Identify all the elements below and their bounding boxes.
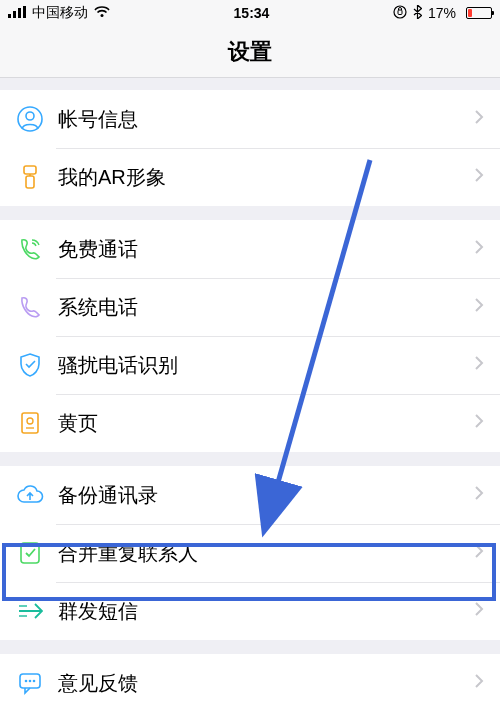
row-label: 黄页 [58, 410, 474, 437]
chevron-right-icon [474, 543, 484, 563]
chevron-right-icon [474, 109, 484, 129]
svg-point-8 [26, 112, 34, 120]
ar-icon [16, 163, 44, 191]
chevron-right-icon [474, 485, 484, 505]
row-label: 免费通话 [58, 236, 474, 263]
row-label: 备份通讯录 [58, 482, 474, 509]
svg-point-7 [18, 107, 42, 131]
nav-bar: 设置 [0, 26, 500, 78]
svg-point-20 [29, 680, 32, 683]
settings-row[interactable]: 黄页 [0, 394, 500, 452]
row-label: 系统电话 [58, 294, 474, 321]
svg-rect-2 [18, 8, 21, 18]
svg-rect-0 [8, 14, 11, 18]
cloud-up-icon [16, 481, 44, 509]
row-label: 帐号信息 [58, 106, 474, 133]
svg-rect-15 [21, 543, 39, 563]
svg-rect-1 [13, 11, 16, 18]
svg-point-13 [27, 418, 33, 424]
row-label: 合并重复联系人 [58, 540, 474, 567]
svg-rect-3 [23, 6, 26, 18]
row-label: 群发短信 [58, 598, 474, 625]
chevron-right-icon [474, 297, 484, 317]
svg-rect-12 [22, 413, 38, 433]
settings-group: 备份通讯录合并重复联系人群发短信 [0, 466, 500, 640]
signal-icon [8, 5, 26, 21]
row-label: 骚扰电话识别 [58, 352, 474, 379]
battery-pct-label: 17% [428, 5, 456, 21]
svg-point-21 [33, 680, 36, 683]
settings-row[interactable]: 系统电话 [0, 278, 500, 336]
chevron-right-icon [474, 601, 484, 621]
page-title: 设置 [228, 37, 272, 67]
person-icon [16, 105, 44, 133]
feedback-icon [16, 669, 44, 697]
svg-rect-10 [26, 176, 34, 188]
carrier-label: 中国移动 [32, 4, 88, 22]
svg-rect-9 [24, 166, 36, 174]
rotation-lock-icon [393, 5, 407, 22]
settings-group: 意见反馈关于NEW [0, 654, 500, 711]
merge-icon [16, 539, 44, 567]
settings-row[interactable]: 骚扰电话识别 [0, 336, 500, 394]
row-label: 意见反馈 [58, 670, 474, 697]
settings-row[interactable]: 免费通话 [0, 220, 500, 278]
svg-point-19 [25, 680, 28, 683]
row-label: 我的AR形象 [58, 164, 474, 191]
settings-row[interactable]: 合并重复联系人 [0, 524, 500, 582]
chevron-right-icon [474, 413, 484, 433]
chevron-right-icon [474, 167, 484, 187]
svg-rect-6 [398, 10, 402, 15]
shield-icon [16, 351, 44, 379]
settings-group: 帐号信息我的AR形象 [0, 90, 500, 206]
phone-icon [16, 293, 44, 321]
settings-group: 免费通话系统电话骚扰电话识别黄页 [0, 220, 500, 452]
settings-row[interactable]: 意见反馈 [0, 654, 500, 711]
battery-icon [462, 7, 492, 19]
settings-row[interactable]: 帐号信息 [0, 90, 500, 148]
settings-row[interactable]: 群发短信 [0, 582, 500, 640]
send-icon [16, 597, 44, 625]
status-bar: 中国移动 15:34 17% [0, 0, 500, 26]
svg-point-4 [101, 14, 104, 17]
phone-free-icon [16, 235, 44, 263]
clock: 15:34 [110, 5, 393, 21]
wifi-icon [94, 5, 110, 21]
settings-row[interactable]: 备份通讯录 [0, 466, 500, 524]
bluetooth-icon [413, 5, 422, 22]
settings-row[interactable]: 我的AR形象 [0, 148, 500, 206]
book-icon [16, 409, 44, 437]
chevron-right-icon [474, 673, 484, 693]
chevron-right-icon [474, 239, 484, 259]
chevron-right-icon [474, 355, 484, 375]
